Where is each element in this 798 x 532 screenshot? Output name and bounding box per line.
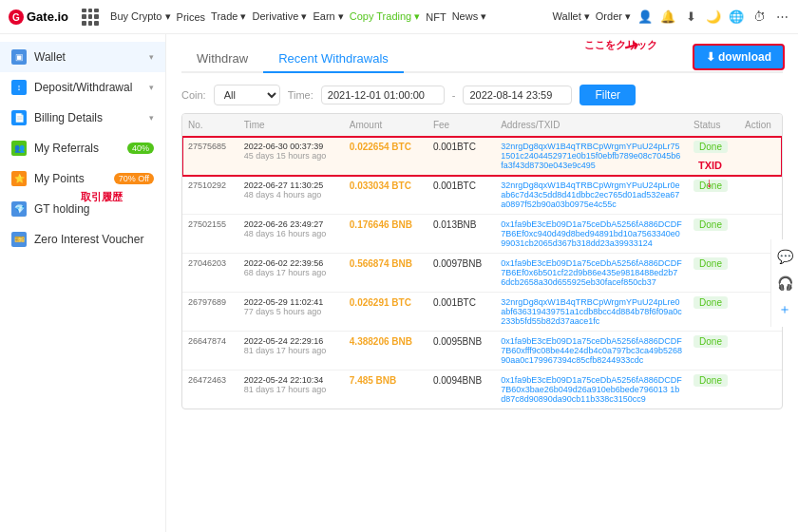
theme-icon[interactable]: 🌙 [705, 9, 722, 26]
cell-fee: 0.001BTC [428, 293, 495, 332]
col-time: Time [238, 114, 344, 137]
referrals-badge: 40% [127, 142, 154, 154]
cell-time: 2022-05-24 22:29:1681 days 17 hours ago [238, 332, 344, 370]
cell-amount: 7.485 BNB [344, 370, 428, 409]
profile-icon[interactable]: 👤 [636, 9, 654, 26]
tab-withdraw[interactable]: Withdraw [181, 46, 263, 73]
bell-icon[interactable]: 🔔 [659, 9, 676, 26]
billing-icon: 📄 [11, 110, 27, 125]
chevron-down-icon-3: ▾ [149, 113, 154, 123]
filter-row: Coin: All Time: - Filter [181, 85, 783, 105]
sidebar-item-gt[interactable]: 💎 GT holding [0, 194, 165, 224]
nav-copy-trading[interactable]: Copy Trading ▾ [350, 10, 420, 23]
cell-time: 2022-06-26 23:49:2748 days 16 hours ago [238, 215, 344, 254]
cell-fee: 0.0097BNB [428, 254, 495, 293]
table-row: 27502155 2022-06-26 23:49:2748 days 16 h… [182, 215, 782, 254]
nav-buy-crypto[interactable]: Buy Crypto ▾ [110, 10, 170, 23]
cell-action [739, 370, 782, 409]
cell-status: Done [688, 332, 739, 370]
cell-amount: 0.026291 BTC [344, 293, 428, 332]
cell-time: 2022-05-24 22:10:3481 days 17 hours ago [238, 370, 344, 409]
main-layout: ▣ Wallet ▾ ↕ Deposit/Withdrawal ▾ 📄 Bill… [0, 34, 798, 532]
cell-action [739, 176, 782, 215]
coin-select[interactable]: All [214, 85, 280, 105]
date-range-dash: - [452, 89, 456, 101]
cell-txid: 0x1fa9bE3cEb09D1a75ceDbA5256fA886DCDF7B6… [495, 370, 688, 409]
nav-wallet[interactable]: Wallet ▾ [553, 10, 590, 23]
sidebar-label-voucher: Zero Interest Voucher [34, 233, 154, 246]
cell-txid: 32nrgDg8qxW1B4qTRBCpWrgmYPuU24pLre0abf63… [495, 293, 688, 332]
tab-recent-withdrawals[interactable]: Recent Withdrawals [263, 46, 404, 73]
filter-button[interactable]: Filter [580, 85, 636, 105]
download-button[interactable]: ⬇ download [693, 44, 785, 70]
nav-order[interactable]: Order ▾ [596, 10, 631, 23]
cell-time: 2022-05-29 11:02:4177 days 5 hours ago [238, 293, 344, 332]
cell-no: 26647874 [182, 332, 238, 370]
cell-txid: 0x1fa9bE3cEb09D1a75ceDbA5256fA886DCDF7B6… [495, 215, 688, 254]
cell-action [739, 332, 782, 370]
points-icon: ⭐ [11, 171, 27, 186]
time-start-input[interactable] [321, 86, 445, 104]
nav-earn[interactable]: Earn ▾ [313, 10, 343, 23]
cell-fee: 0.001BTC [428, 176, 495, 215]
cell-no: 27046203 [182, 254, 238, 293]
cell-no: 27510292 [182, 176, 238, 215]
more-icon[interactable]: ⋯ [773, 9, 790, 26]
add-icon[interactable]: ＋ [775, 300, 794, 319]
cell-amount: 0.022654 BTC [344, 137, 428, 176]
sidebar-label-gt: GT holding [34, 202, 154, 216]
cell-status: Done [688, 215, 739, 254]
sidebar-item-deposit[interactable]: ↕ Deposit/Withdrawal ▾ [0, 72, 165, 103]
nav-derivative[interactable]: Derivative ▾ [253, 10, 308, 23]
cell-status: Done [688, 176, 739, 215]
top-nav: G Gate.io Buy Crypto ▾ Prices Trade ▾ De… [0, 0, 798, 34]
voucher-icon: 🎫 [11, 232, 27, 247]
nav-news[interactable]: News ▾ [452, 10, 487, 23]
cell-amount: 4.388206 BNB [344, 332, 428, 370]
chat-icon[interactable]: 💬 [775, 247, 794, 266]
cell-amount: 0.566874 BNB [344, 254, 428, 293]
points-badge: 70% Off [114, 173, 154, 184]
wallet-icon: ▣ [11, 49, 27, 65]
sidebar-item-voucher[interactable]: 🎫 Zero Interest Voucher [0, 224, 165, 255]
sidebar-item-referrals[interactable]: 👥 My Referrals 40% [0, 133, 165, 163]
table-row: 27575685 2022-06-30 00:37:3945 days 15 h… [182, 137, 782, 176]
download-icon[interactable]: ⬇ [682, 9, 699, 26]
globe-icon[interactable]: 🌐 [728, 9, 745, 26]
table-row: 26472463 2022-05-24 22:10:3481 days 17 h… [182, 370, 782, 409]
time-end-input[interactable] [463, 86, 572, 104]
sidebar: ▣ Wallet ▾ ↕ Deposit/Withdrawal ▾ 📄 Bill… [0, 34, 166, 532]
nav-nft[interactable]: NFT [426, 11, 446, 23]
cell-txid: 0x1fa9bE3cEb09D1a75ceDbA5256fA886DCDF7B6… [495, 332, 688, 370]
svg-text:G: G [12, 12, 20, 23]
deposit-icon: ↕ [11, 80, 27, 95]
sidebar-item-wallet[interactable]: ▣ Wallet ▾ [0, 42, 165, 72]
cell-status: Done [688, 370, 739, 409]
cell-time: 2022-06-02 22:39:5668 days 17 hours ago [238, 254, 344, 293]
headset-icon[interactable]: 🎧 [775, 274, 794, 293]
nav-prices[interactable]: Prices [177, 11, 206, 23]
sidebar-label-wallet: Wallet [34, 50, 142, 64]
logo-text: Gate.io [27, 10, 68, 24]
table-row: 27046203 2022-06-02 22:39:5668 days 17 h… [182, 254, 782, 293]
referrals-icon: 👥 [11, 141, 27, 156]
col-action: Action [739, 114, 782, 137]
logo[interactable]: G Gate.io [8, 9, 68, 26]
cell-txid: 0x1fa9bE3cEb09D1a75ceDbA5256fA886DCDF7B6… [495, 254, 688, 293]
col-fee: Fee [428, 114, 495, 137]
sidebar-item-points[interactable]: ⭐ My Points 70% Off [0, 163, 165, 194]
nav-trade[interactable]: Trade ▾ [211, 10, 246, 23]
cell-status: Done [688, 293, 739, 332]
cell-no: 27502155 [182, 215, 238, 254]
cell-txid: 32nrgDg8qxW1B4qTRBCpWrgmYPuU24pLr0eab6c7… [495, 176, 688, 215]
timer-icon[interactable]: ⏱ [750, 9, 768, 26]
table-row: 26797689 2022-05-29 11:02:4177 days 5 ho… [182, 293, 782, 332]
main-content: ⬇ download ここをクリック ↗ Withdraw Recent Wit… [166, 34, 798, 532]
right-float-panel: 💬 🎧 ＋ [770, 239, 798, 327]
col-status: Status [688, 114, 739, 137]
sidebar-label-deposit: Deposit/Withdrawal [34, 81, 142, 94]
cell-time: 2022-06-27 11:30:2548 days 4 hours ago [238, 176, 344, 215]
sidebar-item-billing[interactable]: 📄 Billing Details ▾ [0, 103, 165, 133]
table-row: 27510292 2022-06-27 11:30:2548 days 4 ho… [182, 176, 782, 215]
sidebar-label-points: My Points [34, 172, 103, 185]
